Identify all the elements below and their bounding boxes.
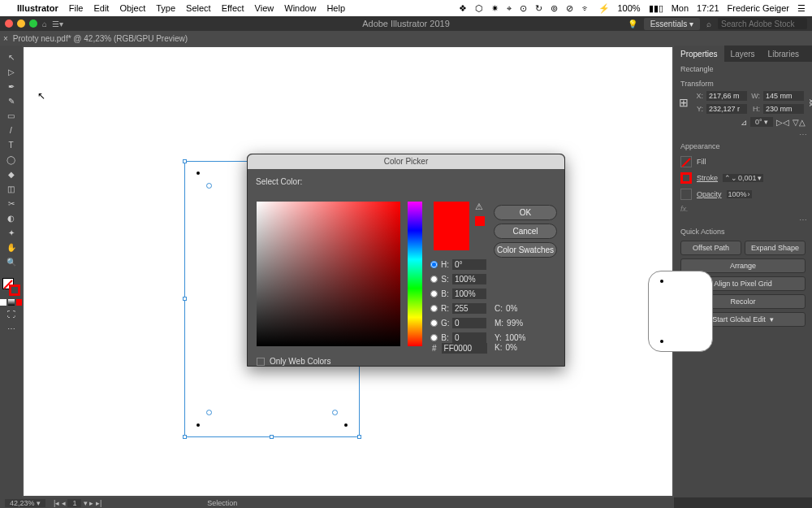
hue-slider[interactable] — [408, 202, 422, 346]
battery-icon[interactable]: ▮▮▯ — [649, 3, 663, 14]
status-icon[interactable]: ⬡ — [475, 3, 483, 14]
corner-widget[interactable] — [332, 410, 338, 415]
home-icon[interactable]: ⌂ — [42, 20, 47, 28]
color-swatches-button[interactable]: Color Swatches — [494, 242, 557, 258]
anchor-point[interactable] — [197, 172, 200, 175]
wifi-icon[interactable]: ᯤ — [581, 3, 590, 13]
charge-icon[interactable]: ⚡ — [598, 3, 610, 14]
menu-select[interactable]: Select — [186, 3, 211, 13]
stroke-label[interactable]: Stroke — [697, 174, 718, 182]
tool-pen[interactable]: ✒ — [2, 80, 20, 93]
tab-layers[interactable]: Layers — [724, 46, 762, 62]
tool-eyedropper[interactable]: ✦ — [2, 226, 20, 239]
opacity-swatch[interactable] — [680, 189, 692, 200]
current-color-swatch[interactable] — [434, 202, 469, 250]
status-icon[interactable]: ⊙ — [520, 3, 527, 14]
anchor-point[interactable] — [344, 423, 348, 427]
h-radio[interactable] — [430, 261, 438, 268]
status-icon[interactable]: ⌖ — [507, 3, 512, 14]
g-radio[interactable] — [430, 319, 438, 327]
tool-ellipse[interactable]: ◯ — [2, 153, 20, 166]
handle-se[interactable] — [357, 435, 361, 439]
dialog-title[interactable]: Color Picker — [248, 154, 564, 169]
artboard-nav[interactable]: |◂ ◂ 1 ▾ ▸ ▸| — [54, 499, 102, 507]
tool-scissors[interactable]: ✂ — [2, 197, 20, 210]
corner-widget[interactable] — [206, 183, 212, 189]
angle-field[interactable]: 0° ▾ — [750, 117, 773, 127]
handle-w[interactable] — [183, 297, 187, 301]
flip-h-icon[interactable]: ▷◁ — [776, 118, 789, 127]
zoom-field[interactable]: 42,23% ▾ — [5, 499, 45, 507]
clock-day[interactable]: Mon — [672, 3, 689, 13]
transform-more-icon[interactable]: ⋯ — [674, 130, 812, 139]
menu-file[interactable]: File — [69, 3, 84, 13]
appearance-more-icon[interactable]: ⋯ — [674, 215, 812, 224]
color-mode[interactable] — [0, 299, 6, 306]
status-icon[interactable]: ⊚ — [551, 3, 558, 14]
tool-curvature[interactable]: ✎ — [2, 94, 20, 107]
corner-widget[interactable] — [206, 410, 212, 415]
h-field[interactable]: 0° — [452, 259, 486, 270]
opacity-field[interactable]: 100% › — [727, 190, 752, 198]
tool-selection[interactable]: ↖ — [2, 50, 20, 63]
bulb-icon[interactable]: 💡 — [628, 20, 637, 28]
fx-label[interactable]: fx. — [680, 205, 689, 213]
menu-icon[interactable]: ☰ — [797, 3, 806, 14]
tab-properties[interactable]: Properties — [674, 46, 724, 62]
document-tab[interactable]: Prototy neu.pdf* @ 42,23% (RGB/GPU Previ… — [13, 34, 188, 43]
menu-help[interactable]: Help — [326, 3, 345, 13]
edit-toolbar[interactable]: ⋯ — [2, 322, 20, 335]
menu-window[interactable]: Window — [284, 3, 316, 13]
screen-mode[interactable]: ⛶ — [2, 307, 20, 320]
web-colors-checkbox[interactable] — [257, 358, 265, 366]
flip-v-icon[interactable]: ▽△ — [793, 118, 806, 127]
menu-app[interactable]: Illustrator — [17, 3, 58, 13]
gamut-warning-icon[interactable]: ⚠ — [475, 202, 483, 212]
search-icon[interactable]: ⌕ — [706, 20, 711, 28]
opacity-label[interactable]: Opacity — [697, 190, 722, 198]
menu-edit[interactable]: Edit — [93, 3, 109, 13]
reference-point-icon[interactable]: ⊞ — [679, 96, 689, 109]
h-field[interactable]: 230 mm — [763, 104, 804, 114]
x-field[interactable]: 217,66 m — [706, 91, 747, 101]
menu-type[interactable]: Type — [156, 3, 175, 13]
tool-gradient[interactable]: ◐ — [2, 211, 20, 224]
minimize-window[interactable] — [17, 20, 25, 28]
menu-object[interactable]: Object — [119, 3, 145, 13]
bl-radio[interactable] — [430, 334, 438, 341]
handle-s[interactable] — [270, 435, 274, 439]
cancel-button[interactable]: Cancel — [494, 224, 557, 239]
status-icon[interactable]: ↻ — [535, 3, 542, 14]
s-field[interactable]: 100% — [452, 274, 486, 284]
m-field[interactable]: 99% — [507, 319, 523, 328]
status-icon[interactable]: ✷ — [491, 3, 499, 14]
k-field[interactable]: 0% — [505, 343, 516, 352]
bl-field[interactable]: 0 — [452, 332, 486, 343]
r-field[interactable]: 255 — [452, 303, 486, 314]
anchor-point[interactable] — [197, 423, 200, 427]
tool-line[interactable]: / — [2, 124, 20, 137]
hex-field[interactable]: FF0000 — [442, 343, 487, 354]
user-name[interactable]: Frederic Geiger — [728, 3, 789, 13]
expand-shape-button[interactable]: Expand Shape — [745, 241, 806, 255]
tool-hand[interactable]: ✋ — [2, 241, 20, 254]
arrange-icon[interactable]: ☰▾ — [52, 20, 63, 28]
tool-artboard[interactable]: ◫ — [2, 182, 20, 195]
r-radio[interactable] — [430, 305, 438, 312]
color-field[interactable] — [257, 202, 400, 346]
color-mode-toggles[interactable] — [0, 299, 23, 306]
offset-path-button[interactable]: Offset Path — [680, 241, 741, 255]
close-window[interactable] — [5, 20, 13, 28]
gamut-swatch[interactable] — [475, 216, 485, 226]
stock-search[interactable]: Search Adobe Stock — [718, 18, 807, 29]
maximize-window[interactable] — [29, 20, 37, 28]
y-field[interactable]: 232,127 r — [706, 104, 747, 114]
fill-swatch-btn[interactable] — [680, 156, 692, 167]
c-field[interactable]: 0% — [506, 304, 517, 313]
tool-direct-select[interactable]: ▷ — [2, 65, 20, 78]
stroke-weight-field[interactable]: ⌃⌄ 0,001 ▾ — [723, 174, 763, 182]
fill-stroke-swatch[interactable] — [2, 278, 20, 296]
tool-zoom[interactable]: 🔍 — [2, 255, 20, 268]
stroke-swatch-btn[interactable] — [680, 172, 692, 184]
tool-rectangle[interactable]: ▭ — [2, 109, 20, 122]
